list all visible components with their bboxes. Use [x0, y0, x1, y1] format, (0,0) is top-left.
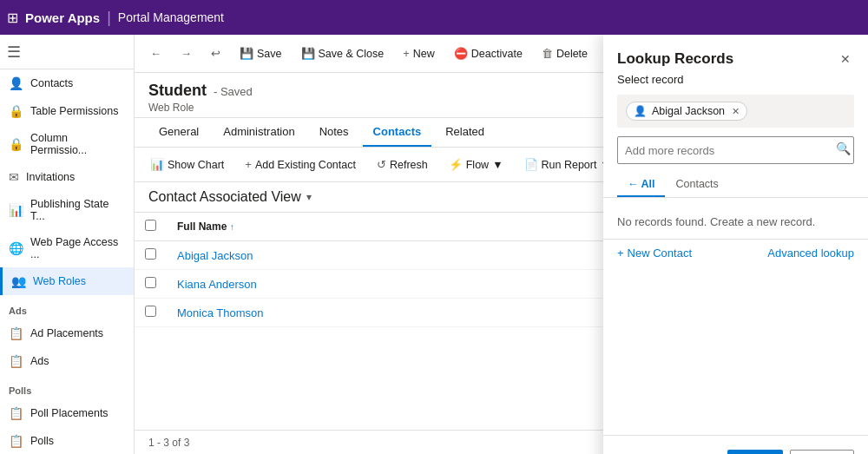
sidebar-item-label: Table Permissions — [30, 105, 118, 117]
delete-icon: 🗑 — [542, 47, 553, 60]
lookup-close-button[interactable]: ✕ — [837, 49, 854, 69]
lookup-close-icon: ✕ — [840, 52, 851, 66]
deactivate-label: Deactivate — [471, 48, 523, 60]
refresh-sub-icon: ↺ — [377, 158, 386, 171]
sidebar-menu-icon[interactable]: ☰ — [7, 43, 21, 62]
no-records-message: No records found. Create a new record. — [603, 205, 868, 239]
add-existing-icon: + — [245, 158, 252, 171]
advanced-lookup-link[interactable]: Advanced lookup — [767, 247, 854, 260]
refresh-sub-button[interactable]: ↺ Refresh — [368, 154, 437, 175]
selected-tag: 👤 Abigal Jackson ✕ — [626, 102, 747, 121]
row-2-name-link[interactable]: Kiana Anderson — [177, 278, 257, 291]
new-button[interactable]: + New — [394, 42, 444, 65]
selected-tag-area: 👤 Abigal Jackson ✕ — [617, 95, 854, 128]
new-contact-label: New Contact — [628, 247, 692, 260]
poll-placements-icon: 📋 — [9, 406, 23, 420]
tab-notes[interactable]: Notes — [309, 118, 359, 147]
row-checkbox-2 — [135, 270, 167, 299]
tag-name: Abigal Jackson — [652, 105, 725, 117]
forward-button[interactable]: → — [172, 42, 201, 65]
row-3-name-link[interactable]: Monica Thomson — [177, 306, 263, 319]
run-report-label: Run Report — [542, 159, 597, 171]
lookup-footer-links: + New Contact Advanced lookup — [603, 239, 868, 266]
new-contact-plus: + — [617, 247, 624, 260]
record-name: Student — [148, 82, 207, 100]
sidebar-item-web-page-access[interactable]: 🌐 Web Page Access ... — [0, 229, 134, 267]
lookup-filter-tabs: ← All Contacts — [603, 173, 868, 198]
run-report-icon: 📄 — [524, 158, 538, 171]
back-button[interactable]: ← — [141, 42, 170, 65]
lookup-search-icon: 🔍 — [836, 141, 851, 155]
sidebar-item-label: Poll Placements — [30, 407, 108, 419]
lookup-cancel-button[interactable]: Cancel — [790, 450, 854, 454]
lookup-add-button[interactable]: Add — [727, 450, 782, 454]
sidebar-item-column-permissions[interactable]: 🔒 Column Permissio... — [0, 125, 134, 163]
sidebar-item-invitations[interactable]: ✉ Invitations — [0, 163, 134, 191]
flow-label: Flow — [466, 159, 489, 171]
sidebar-item-web-roles[interactable]: 👥 Web Roles — [0, 267, 134, 295]
web-page-access-icon: 🌐 — [9, 241, 23, 255]
sort-indicator[interactable]: ↑ — [230, 222, 234, 232]
refresh-sub-label: Refresh — [390, 159, 428, 171]
add-existing-button[interactable]: + Add Existing Contact — [236, 154, 365, 175]
table-permissions-icon: 🔒 — [9, 104, 23, 118]
delete-button[interactable]: 🗑 Delete — [533, 42, 596, 65]
lookup-subtitle: Select record — [603, 73, 868, 95]
sidebar-item-poll-placements[interactable]: 📋 Poll Placements — [0, 399, 134, 427]
lookup-action-area: Add Cancel — [603, 435, 868, 454]
deactivate-button[interactable]: ⛔ Deactivate — [445, 42, 531, 65]
redo-icon: ↩ — [211, 47, 220, 60]
row-2-checkbox[interactable] — [145, 277, 156, 288]
main-area: ☰ 👤 Contacts 🔒 Table Permissions 🔒 Colum… — [0, 35, 868, 454]
sidebar-item-table-permissions[interactable]: 🔒 Table Permissions — [0, 97, 134, 125]
sidebar-item-polls[interactable]: 📋 Polls — [0, 427, 134, 454]
sidebar-item-publishing-state[interactable]: 📊 Publishing State T... — [0, 191, 134, 229]
sidebar-item-ads[interactable]: 📋 Ads — [0, 347, 134, 375]
filter-contacts-label: Contacts — [675, 178, 718, 190]
tab-general[interactable]: General — [148, 118, 209, 147]
view-title: Contact Associated View — [148, 189, 301, 205]
save-close-label: Save & Close — [319, 48, 385, 60]
flow-icon: ⚡ — [449, 158, 463, 171]
app-logo: Power Apps — [25, 10, 100, 25]
tab-contacts[interactable]: Contacts — [363, 118, 432, 147]
save-label: Save — [257, 48, 282, 60]
lookup-search-button[interactable]: 🔍 — [836, 141, 851, 155]
ads-section-label: Ads — [0, 295, 134, 319]
save-button[interactable]: 💾 Save — [231, 42, 291, 65]
save-close-button[interactable]: 💾 Save & Close — [293, 42, 393, 65]
sidebar-item-label: Web Roles — [33, 275, 86, 287]
delete-label: Delete — [556, 48, 588, 60]
show-chart-button[interactable]: 📊 Show Chart — [141, 154, 233, 175]
lookup-filter-tab-all[interactable]: ← All — [617, 173, 665, 197]
lookup-filter-tab-contacts[interactable]: Contacts — [665, 173, 728, 197]
row-1-name-link[interactable]: Abigal Jackson — [177, 249, 253, 262]
flow-button[interactable]: ⚡ Flow ▼ — [440, 154, 512, 175]
sidebar-item-label: Column Permissio... — [30, 132, 125, 156]
row-1-checkbox[interactable] — [145, 248, 156, 260]
row-3-checkbox[interactable] — [145, 306, 156, 317]
new-label: New — [413, 48, 435, 60]
add-existing-label: Add Existing Contact — [255, 159, 356, 171]
tab-administration[interactable]: Administration — [213, 118, 305, 147]
table-col-checkbox — [135, 213, 167, 241]
sidebar-item-ad-placements[interactable]: 📋 Ad Placements — [0, 319, 134, 347]
view-chevron[interactable]: ▾ — [306, 191, 312, 203]
tag-close-button[interactable]: ✕ — [732, 106, 740, 117]
web-roles-icon: 👥 — [11, 274, 26, 288]
lookup-search-area: 🔍 — [603, 136, 868, 173]
ads-icon: 📋 — [9, 354, 23, 368]
sidebar: ☰ 👤 Contacts 🔒 Table Permissions 🔒 Colum… — [0, 35, 135, 454]
new-icon: + — [403, 47, 410, 60]
sidebar-item-contacts[interactable]: 👤 Contacts — [0, 69, 134, 97]
select-all-checkbox[interactable] — [145, 220, 156, 231]
new-contact-link[interactable]: + New Contact — [617, 247, 692, 260]
lookup-search-input[interactable] — [617, 136, 854, 164]
sidebar-item-label: Publishing State T... — [30, 198, 125, 222]
grid-icon[interactable]: ⊞ — [7, 10, 18, 26]
sidebar-item-label: Web Page Access ... — [30, 236, 125, 260]
tab-related[interactable]: Related — [435, 118, 495, 147]
show-chart-label: Show Chart — [168, 159, 224, 171]
redo-button[interactable]: ↩ — [202, 42, 229, 65]
save-close-icon: 💾 — [301, 47, 315, 60]
